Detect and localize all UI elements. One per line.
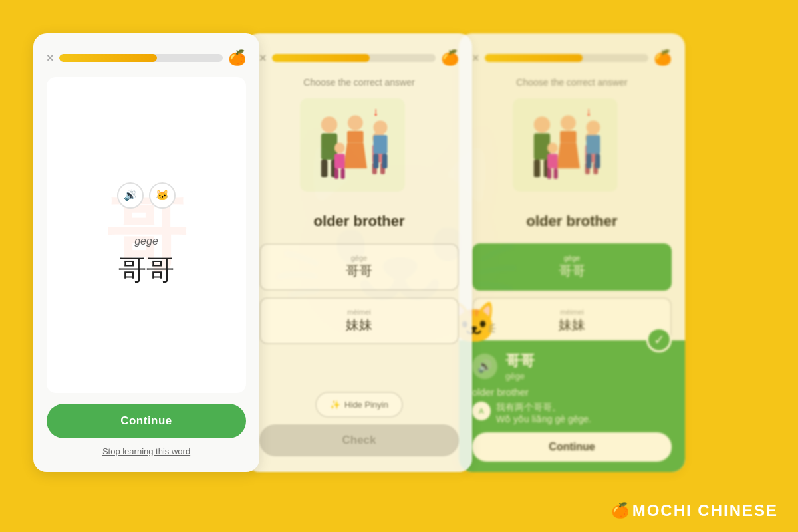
- svg-rect-36: [587, 154, 592, 168]
- correct-header: 🔊 哥哥 gēge: [472, 351, 672, 381]
- word-chinese: 哥哥: [118, 251, 174, 289]
- svg-rect-4: [321, 160, 328, 177]
- progress-icon-2: 🍊: [441, 49, 459, 66]
- correct-continue-button[interactable]: Continue: [472, 432, 672, 462]
- svg-rect-19: [334, 168, 338, 179]
- correct-word: 哥哥: [505, 352, 535, 369]
- sun-icon: ✨: [330, 400, 340, 410]
- opt-chinese-3-2: 妹妹: [559, 317, 585, 332]
- svg-rect-7: [347, 131, 364, 143]
- example-icon: A: [472, 402, 491, 420]
- opt-chinese-2-2: 妹妹: [346, 317, 372, 332]
- close-button-2[interactable]: ×: [259, 51, 267, 65]
- check-button[interactable]: Check: [259, 424, 459, 456]
- brand-name: MOCHI CHINESE: [632, 501, 778, 520]
- svg-text:↓: ↓: [373, 105, 379, 118]
- brand-logo: 🍊 MOCHI CHINESE: [611, 501, 778, 520]
- svg-rect-25: [534, 160, 541, 177]
- svg-rect-35: [587, 135, 600, 154]
- progress-bar-bg-3: [485, 54, 648, 62]
- question-panel-2: × 🍊 Choose the correct answer ↓: [246, 33, 472, 472]
- continue-button-1[interactable]: Continue: [47, 404, 246, 438]
- opt-pinyin-2-1: gēge: [271, 254, 447, 262]
- answer-label-3: older brother: [527, 213, 618, 230]
- svg-point-17: [334, 143, 345, 154]
- opt-pinyin-3-2: mèimei: [484, 308, 660, 316]
- svg-point-34: [587, 120, 600, 134]
- question-instruction-3: Choose the correct answer: [516, 77, 627, 88]
- opt-pinyin-2-2: mèimei: [271, 308, 447, 316]
- correct-audio-button[interactable]: 🔊: [472, 354, 497, 379]
- check-icon: ✓: [646, 327, 672, 352]
- hide-pinyin-button[interactable]: ✨ Hide Pinyin: [315, 392, 403, 418]
- audio-button[interactable]: 🔊: [117, 182, 144, 209]
- progress-area-3: × 🍊: [472, 49, 672, 66]
- svg-marker-8: [344, 143, 367, 169]
- svg-rect-15: [374, 154, 379, 168]
- family-image-3: ↓: [512, 98, 632, 205]
- svg-text:↓: ↓: [586, 105, 592, 118]
- svg-marker-29: [557, 143, 580, 169]
- svg-rect-41: [554, 168, 558, 179]
- close-button-1[interactable]: ×: [47, 51, 54, 65]
- correct-example: A 我有两个哥哥。 Wǒ yǒu liǎng gè gēge.: [472, 402, 672, 424]
- svg-rect-18: [334, 154, 345, 168]
- example-chinese: 我有两个哥哥。: [496, 402, 591, 414]
- progress-bar-fill-3: [485, 54, 583, 62]
- flashcard-panel: × 🍊 哥 🔊 🐱 gēge 哥哥 Continue Stop learnin: [33, 33, 259, 472]
- svg-point-6: [348, 115, 363, 130]
- answer-option-2-1[interactable]: gēge 哥哥: [259, 243, 459, 291]
- family-svg-3: ↓: [512, 98, 618, 192]
- answer-option-3-1[interactable]: gēge 哥哥: [472, 243, 672, 291]
- answer-option-3-2[interactable]: mèimei 妹妹: [472, 297, 672, 344]
- svg-point-27: [561, 115, 576, 130]
- example-text: 我有两个哥哥。 Wǒ yǒu liǎng gè gēge.: [496, 402, 591, 424]
- progress-bar-fill-2: [272, 54, 370, 62]
- progress-icon-3: 🍊: [654, 49, 672, 66]
- book-button[interactable]: 🐱: [149, 182, 176, 209]
- progress-bar-fill-1: [59, 54, 158, 62]
- question-instruction-2: Choose the correct answer: [303, 77, 414, 88]
- progress-icon-1: 🍊: [228, 49, 246, 66]
- brand-mochi-icon: 🍊: [611, 502, 630, 519]
- svg-rect-40: [547, 168, 551, 179]
- svg-rect-28: [560, 131, 577, 143]
- word-pinyin: gēge: [118, 235, 174, 247]
- svg-point-38: [547, 143, 558, 154]
- hide-pinyin-label: Hide Pinyin: [344, 400, 388, 410]
- opt-chinese-2-1: 哥哥: [346, 263, 372, 278]
- correct-pinyin: gēge: [505, 371, 535, 381]
- correct-word-container: 哥哥 gēge: [505, 351, 535, 381]
- svg-rect-14: [374, 135, 388, 154]
- example-pinyin: Wǒ yǒu liǎng gè gēge.: [496, 414, 591, 424]
- stop-learning-link[interactable]: Stop learning this word: [102, 446, 190, 456]
- svg-rect-20: [341, 168, 345, 179]
- family-svg-2: ↓: [299, 98, 406, 192]
- svg-rect-16: [382, 154, 388, 168]
- progress-bar-bg-1: [59, 54, 223, 62]
- progress-area-2: × 🍊: [259, 49, 459, 66]
- question-panel-3: × 🍊 Choose the correct answer ↓: [459, 33, 685, 472]
- audio-controls: 🔊 🐱: [117, 182, 176, 209]
- svg-rect-39: [547, 154, 558, 168]
- correct-overlay: ✓ 🔊 哥哥 gēge older brother A 我有两个哥哥。 Wǒ y…: [459, 340, 685, 472]
- svg-point-2: [321, 116, 338, 133]
- svg-rect-37: [595, 154, 600, 168]
- opt-pinyin-3-1: gēge: [484, 254, 660, 262]
- close-button-3[interactable]: ×: [472, 51, 479, 65]
- svg-point-23: [534, 116, 551, 133]
- flashcard-content: 哥 🔊 🐱 gēge 哥哥: [47, 77, 246, 393]
- answer-label-2: older brother: [314, 213, 405, 230]
- main-container: × 🍊 哥 🔊 🐱 gēge 哥哥 Continue Stop learnin: [33, 33, 765, 499]
- family-image-2: ↓: [299, 98, 419, 205]
- progress-area-1: × 🍊: [47, 49, 246, 66]
- opt-chinese-3-1: 哥哥: [559, 263, 585, 278]
- correct-meaning: older brother: [472, 386, 672, 398]
- svg-point-13: [374, 120, 388, 134]
- answer-option-2-2[interactable]: mèimei 妹妹: [259, 297, 459, 344]
- progress-bar-bg-2: [272, 54, 436, 62]
